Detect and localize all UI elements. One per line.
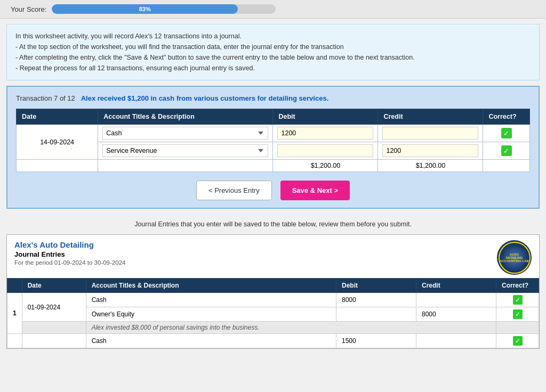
transaction-date: 14-09-2024 bbox=[17, 125, 98, 160]
transaction-header: Transaction 7 of 12 Alex received $1,200… bbox=[16, 94, 530, 102]
je-col-debit: Debit bbox=[336, 279, 416, 293]
journal-company-info: Alex's Auto Detailing Journal Entries Fo… bbox=[14, 240, 125, 266]
transaction-section: Transaction 7 of 12 Alex received $1,200… bbox=[6, 86, 540, 209]
total-credit: $1,200.00 bbox=[378, 160, 483, 172]
je-debit-1b bbox=[336, 307, 416, 322]
je-col-date: Date bbox=[22, 279, 86, 293]
account-cell-1[interactable]: Cash Service Revenue Owner's Equity bbox=[98, 125, 273, 142]
debit-input-1[interactable] bbox=[277, 127, 373, 140]
credit-cell-2[interactable] bbox=[378, 142, 483, 160]
small-check-icon: ✓ bbox=[513, 309, 523, 319]
total-spacer-date bbox=[17, 160, 98, 172]
transaction-table: Date Account Titles & Description Debit … bbox=[16, 109, 530, 172]
debit-cell-2[interactable] bbox=[273, 142, 378, 160]
instruction-line3: - After completing the entry, click the … bbox=[15, 52, 531, 63]
journal-header: Alex's Auto Detailing Journal Entries Fo… bbox=[7, 235, 539, 278]
bottom-section: Journal Entries that you enter will be s… bbox=[6, 215, 540, 354]
prev-button[interactable]: < Previous Entry bbox=[196, 181, 272, 200]
journal-period: For the period 01-09-2024 to 30-09-2024 bbox=[14, 259, 125, 266]
instruction-line2: - At the top section of the worksheet, y… bbox=[15, 42, 531, 52]
score-fill: 83% bbox=[52, 4, 238, 14]
col-debit: Debit bbox=[273, 109, 378, 125]
col-credit: Credit bbox=[378, 109, 483, 125]
table-row: 1 01-09-2024 Cash 8000 ✓ bbox=[7, 293, 539, 307]
je-date-desc bbox=[22, 322, 86, 334]
je-account-1a: Cash bbox=[86, 293, 336, 307]
col-correct: Correct? bbox=[483, 109, 530, 125]
correct-cell-2: ✓ bbox=[483, 142, 530, 160]
je-correct-desc bbox=[496, 322, 539, 334]
journal-entries-table: Date Account Titles & Description Debit … bbox=[7, 278, 539, 348]
account-select-2[interactable]: Cash Service Revenue Owner's Equity bbox=[102, 144, 268, 157]
total-row: $1,200.00 $1,200.00 bbox=[17, 160, 530, 172]
transaction-label: Transaction 7 of 12 bbox=[16, 94, 75, 102]
je-col-correct: Correct? bbox=[496, 279, 539, 293]
table-row: Owner's Equity 8000 ✓ bbox=[7, 307, 539, 322]
total-correct bbox=[483, 160, 530, 172]
instructions-box: In this worksheet activity, you will rec… bbox=[6, 24, 540, 80]
credit-cell-1[interactable] bbox=[378, 125, 483, 142]
je-account-2a: Cash bbox=[86, 334, 336, 348]
logo-line3: ACCOUNTING LAB bbox=[500, 259, 529, 263]
entry-num-1: 1 bbox=[7, 293, 22, 334]
je-col-credit: Credit bbox=[416, 279, 496, 293]
je-correct-1a: ✓ bbox=[496, 293, 539, 307]
credit-input-2[interactable] bbox=[382, 144, 478, 157]
debit-input-2[interactable] bbox=[277, 144, 373, 157]
score-percent: 83% bbox=[139, 6, 151, 12]
je-credit-1a bbox=[416, 293, 496, 307]
next-button[interactable]: Save & Next > bbox=[280, 181, 350, 200]
journal-company: Alex's Auto Detailing bbox=[14, 240, 125, 249]
journal-logo: AUTO DETAILING ACCOUNTING LAB bbox=[497, 240, 532, 275]
je-debit-1a: 8000 bbox=[336, 293, 416, 307]
check-icon-2: ✓ bbox=[501, 145, 512, 156]
je-date-1: 01-09-2024 bbox=[22, 293, 86, 322]
je-debit-2a: 1500 bbox=[336, 334, 416, 348]
button-row: < Previous Entry Save & Next > bbox=[16, 181, 530, 200]
je-col-account: Account Titles & Description bbox=[86, 279, 336, 293]
je-col-num bbox=[7, 279, 22, 293]
small-check-icon: ✓ bbox=[513, 336, 523, 346]
journal-title: Journal Entries bbox=[14, 250, 125, 258]
bottom-note: Journal Entries that you enter will be s… bbox=[6, 220, 540, 228]
je-account-1b: Owner's Equity bbox=[86, 307, 336, 322]
transaction-description: Alex received $1,200 in cash from variou… bbox=[81, 94, 329, 102]
journal-entries-box: Alex's Auto Detailing Journal Entries Fo… bbox=[6, 234, 540, 349]
col-date: Date bbox=[17, 109, 98, 125]
score-bar-container: Your Score: 83% bbox=[0, 0, 546, 19]
table-row: 14-09-2024 Cash Service Revenue Owner's … bbox=[17, 125, 530, 142]
je-correct-1b: ✓ bbox=[496, 307, 539, 322]
table-row: Alex invested $8,000 of personal savings… bbox=[7, 322, 539, 334]
je-credit-1b: 8000 bbox=[416, 307, 496, 322]
total-spacer-account bbox=[98, 160, 273, 172]
score-label: Your Score: bbox=[11, 5, 46, 13]
check-icon-1: ✓ bbox=[501, 128, 512, 138]
je-date-2 bbox=[22, 334, 86, 348]
table-row: Cash 1500 ✓ bbox=[7, 334, 539, 348]
je-desc-1: Alex invested $8,000 of personal savings… bbox=[86, 322, 496, 334]
journal-logo-inner: AUTO DETAILING ACCOUNTING LAB bbox=[499, 242, 531, 274]
correct-cell-1: ✓ bbox=[483, 125, 530, 142]
debit-cell-1[interactable] bbox=[273, 125, 378, 142]
je-credit-2a bbox=[416, 334, 496, 348]
credit-input-1[interactable] bbox=[382, 127, 478, 140]
account-select-1[interactable]: Cash Service Revenue Owner's Equity bbox=[102, 127, 268, 140]
instruction-line1: In this worksheet activity, you will rec… bbox=[15, 31, 531, 42]
je-correct-2a: ✓ bbox=[496, 334, 539, 348]
account-cell-2[interactable]: Cash Service Revenue Owner's Equity bbox=[98, 142, 273, 160]
instruction-line4: - Repeat the process for all 12 transact… bbox=[15, 63, 531, 74]
small-check-icon: ✓ bbox=[513, 295, 523, 305]
entry-num-2 bbox=[7, 334, 22, 348]
total-debit: $1,200.00 bbox=[273, 160, 378, 172]
score-track: 83% bbox=[52, 4, 276, 14]
col-account: Account Titles & Description bbox=[98, 109, 273, 125]
